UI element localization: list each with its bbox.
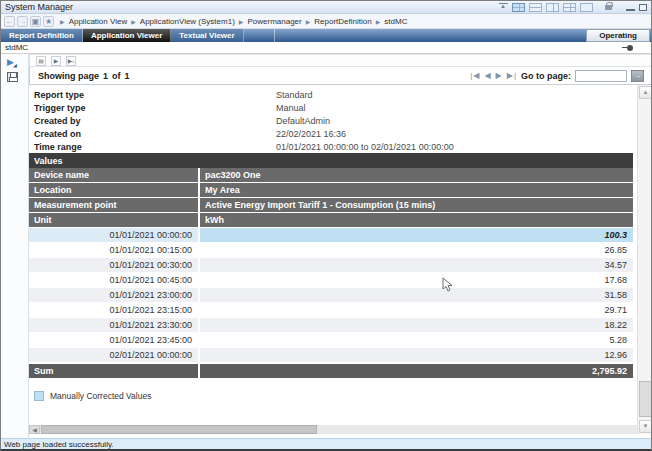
window-view-icon[interactable]: ▣ <box>30 16 41 27</box>
left-toolbar-gutter: ▶ <box>1 54 29 438</box>
document-name: stdMC <box>5 43 28 52</box>
row-timestamp: 01/01/2021 23:30:00 <box>29 318 198 332</box>
table-row[interactable]: 01/01/2021 23:30:00 18.22 <box>29 318 633 333</box>
tab-report-definition[interactable]: Report Definition <box>1 29 83 42</box>
detail-value: DefaultAdmin <box>276 116 330 126</box>
device-row-name: Device name pac3200 One <box>29 168 633 183</box>
favorites-star-icon[interactable]: ★ <box>43 16 54 27</box>
breadcrumb-separator-icon: ▶ <box>239 18 244 25</box>
table-row[interactable]: 01/01/2021 23:45:00 5.28 <box>29 333 633 348</box>
row-value: 26.85 <box>200 243 633 257</box>
status-text: Web page loaded successfully. <box>4 440 114 449</box>
table-row[interactable]: 01/01/2021 00:15:00 26.85 <box>29 243 633 258</box>
values-section-header: Values <box>29 153 633 168</box>
breadcrumb-separator-icon: ▶ <box>306 18 311 25</box>
table-row[interactable]: 01/01/2021 00:00:00 100.3 <box>29 228 633 243</box>
breadcrumb-item-powermanager[interactable]: Powermanager <box>247 17 301 26</box>
device-label: Unit <box>29 213 198 227</box>
table-row[interactable]: 01/01/2021 23:00:00 31.58 <box>29 288 633 303</box>
row-timestamp: 01/01/2021 00:15:00 <box>29 243 198 257</box>
row-timestamp: 01/01/2021 00:45:00 <box>29 273 198 287</box>
scroll-up-icon[interactable]: ▲ <box>639 86 652 99</box>
row-value: 100.3 <box>200 228 633 242</box>
layout-grid-icon[interactable] <box>512 3 525 12</box>
row-value: 31.58 <box>200 288 633 302</box>
device-row-unit: Unit kWh <box>29 213 633 228</box>
breadcrumb-separator-icon: ▶ <box>131 18 136 25</box>
report-details: Report type Standard Trigger type Manual… <box>29 88 633 153</box>
detail-value: Manual <box>276 103 306 113</box>
row-timestamp: 01/01/2021 23:15:00 <box>29 303 198 317</box>
new-page-icon[interactable]: ▤ <box>36 56 46 66</box>
breadcrumb-item-stdmc[interactable]: stdMC <box>384 17 407 26</box>
document-pin-icon[interactable] <box>627 45 633 51</box>
horizontal-scroll-thumb[interactable] <box>41 425 317 434</box>
prev-page-icon[interactable]: ◀ <box>484 71 491 80</box>
save-icon[interactable] <box>7 72 18 82</box>
breadcrumb-item-reportdefinition[interactable]: ReportDefinition <box>314 17 371 26</box>
table-row[interactable]: 01/01/2021 00:45:00 17.68 <box>29 273 633 288</box>
goto-page-input[interactable] <box>575 70 627 82</box>
device-value: kWh <box>200 213 633 227</box>
scroll-left-icon[interactable]: ◀ <box>29 425 40 434</box>
goto-page-button[interactable]: → <box>631 70 644 82</box>
layout-hsplit-icon[interactable] <box>529 3 542 12</box>
dock-pin-icon[interactable] <box>499 3 508 11</box>
device-row-measurement-point: Measurement point Active Energy Import T… <box>29 198 633 213</box>
breadcrumb-separator-icon: ▶ <box>376 18 381 25</box>
layout-single-icon[interactable] <box>580 3 593 12</box>
page-indicator-prefix: Showing page <box>38 71 99 81</box>
window-title: System Manager <box>5 2 73 12</box>
row-timestamp: 02/01/2021 00:00:00 <box>29 348 198 362</box>
legend-label: Manually Corrected Values <box>50 391 151 401</box>
layout-vsplit-icon[interactable] <box>546 3 559 12</box>
breadcrumb: ▶ Application View ▶ ApplicationView (Sy… <box>56 17 407 26</box>
back-icon[interactable]: ← <box>4 16 15 27</box>
detail-label: Report type <box>29 90 276 100</box>
system-manager-window: System Manager ← → ▣ ★ ▶ Application Vie… <box>0 0 652 451</box>
horizontal-scrollbar[interactable]: ◀ <box>29 425 637 434</box>
document-row: stdMC <box>1 42 651 54</box>
device-value: Active Energy Import Tariff 1 - Consumpt… <box>200 198 633 212</box>
sum-row: Sum 2,795.92 <box>29 364 633 379</box>
minimize-button[interactable] <box>626 3 635 11</box>
row-value: 18.22 <box>200 318 633 332</box>
first-page-icon[interactable]: |◀ <box>470 71 480 80</box>
table-row[interactable]: 01/01/2021 00:30:00 34.57 <box>29 258 633 273</box>
detail-row-report-type: Report type Standard <box>29 88 633 101</box>
tab-textual-viewer[interactable]: Textual Viewer <box>171 29 243 42</box>
restore-button[interactable] <box>639 4 647 11</box>
next-page-icon[interactable]: ▶ <box>496 71 503 80</box>
detail-row-time-range: Time range 01/01/2021 00:00:00 to 02/01/… <box>29 140 633 153</box>
layout-cross-icon[interactable] <box>563 3 576 12</box>
legend-swatch <box>34 391 44 401</box>
device-row-location: Location My Area <box>29 183 633 198</box>
row-value: 5.28 <box>200 333 633 347</box>
row-value: 12.96 <box>200 348 633 362</box>
detail-value: 22/02/2021 16:36 <box>276 129 346 139</box>
page-indicator: Showing page 1 of 1 <box>38 71 130 81</box>
forward-icon[interactable]: → <box>17 16 28 27</box>
run-report-icon[interactable]: ▶ <box>7 57 18 67</box>
breadcrumb-separator-icon: ▶ <box>60 18 65 25</box>
breadcrumb-item-application-view[interactable]: Application View <box>69 17 128 26</box>
operating-mode-button[interactable]: Operating <box>586 29 650 42</box>
goto-page-label: Go to page: <box>521 71 571 81</box>
breadcrumb-item-applicationview-system1[interactable]: ApplicationView (System1) <box>140 17 235 26</box>
play-icon[interactable]: ▶ <box>51 56 61 66</box>
row-timestamp: 01/01/2021 00:30:00 <box>29 258 198 272</box>
scroll-down-icon[interactable]: ▼ <box>639 420 652 433</box>
row-timestamp: 01/01/2021 00:00:00 <box>29 228 198 242</box>
table-row[interactable]: 02/01/2021 00:00:00 12.96 <box>29 348 633 363</box>
vertical-scrollbar[interactable]: ▲ ▼ <box>637 85 652 434</box>
vertical-scroll-thumb[interactable] <box>639 381 652 417</box>
tab-application-viewer[interactable]: Application Viewer <box>83 29 171 42</box>
last-page-icon[interactable]: ▶| <box>507 71 517 80</box>
current-page-number: 1 <box>103 71 108 81</box>
export-icon[interactable]: ▶› <box>66 56 76 66</box>
detail-row-created-on: Created on 22/02/2021 16:36 <box>29 127 633 140</box>
row-value: 29.71 <box>200 303 633 317</box>
sum-label: Sum <box>29 364 198 378</box>
table-row[interactable]: 01/01/2021 23:15:00 29.71 <box>29 303 633 318</box>
row-timestamp: 01/01/2021 23:45:00 <box>29 333 198 347</box>
